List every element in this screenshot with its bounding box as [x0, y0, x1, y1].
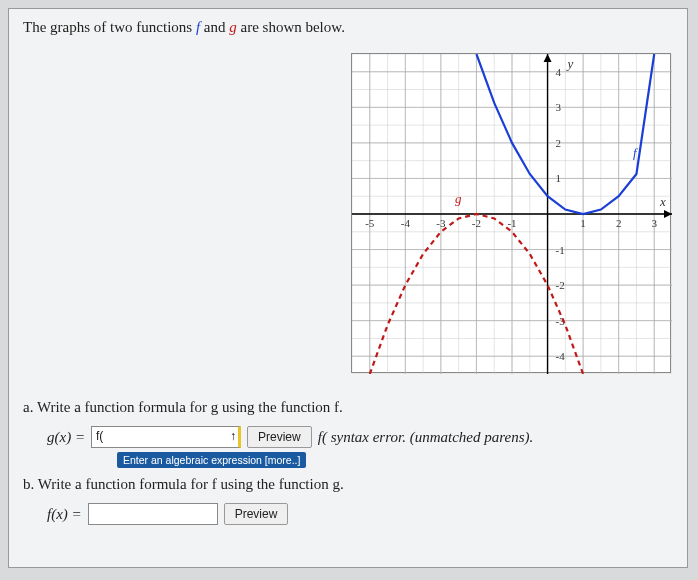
svg-text:2: 2: [616, 217, 622, 229]
g-input[interactable]: f( ↑: [91, 426, 241, 448]
svg-text:4: 4: [556, 66, 562, 78]
svg-text:2: 2: [556, 137, 562, 149]
svg-text:-4: -4: [556, 350, 566, 362]
cursor-icon: ↑: [230, 429, 236, 443]
g-feedback: f( syntax error. (unmatched parens).: [318, 429, 534, 446]
svg-text:y: y: [566, 56, 574, 71]
f-lhs: f(x) =: [47, 506, 82, 523]
fn-g-label: g: [229, 19, 237, 35]
svg-marker-58: [664, 210, 672, 218]
g-lhs: g(x) =: [47, 429, 85, 446]
svg-text:3: 3: [556, 101, 562, 113]
prompt-lead: The graphs of two functions: [23, 19, 196, 35]
prompt-text: The graphs of two functions f and g are …: [23, 19, 673, 36]
input-tooltip[interactable]: Enter an algebraic expression [more..]: [117, 452, 306, 468]
svg-text:g: g: [455, 191, 462, 206]
prompt-and: and: [200, 19, 229, 35]
svg-text:1: 1: [556, 172, 562, 184]
svg-text:-2: -2: [472, 217, 481, 229]
f-equation-row: f(x) = Preview: [47, 503, 673, 525]
svg-text:-5: -5: [365, 217, 375, 229]
part-a-text: a. Write a function formula for g using …: [23, 399, 673, 416]
svg-marker-59: [544, 54, 552, 62]
f-input[interactable]: [88, 503, 218, 525]
g-input-value: f(: [96, 429, 103, 443]
svg-text:-2: -2: [556, 279, 565, 291]
svg-text:-1: -1: [507, 217, 516, 229]
prompt-tail: are shown below.: [237, 19, 345, 35]
part-b-text: b. Write a function formula for f using …: [23, 476, 673, 493]
svg-text:x: x: [659, 194, 666, 209]
svg-text:-4: -4: [401, 217, 411, 229]
svg-text:-1: -1: [556, 244, 565, 256]
preview-button-g[interactable]: Preview: [247, 426, 312, 448]
preview-button-f[interactable]: Preview: [224, 503, 289, 525]
graph-svg: -5-4-3-2-1123-4-3-2-11234fgxy: [352, 54, 672, 374]
function-graph: -5-4-3-2-1123-4-3-2-11234fgxy: [351, 53, 671, 373]
svg-text:3: 3: [651, 217, 657, 229]
svg-text:-3: -3: [436, 217, 446, 229]
g-equation-row: g(x) = f( ↑ Preview f( syntax error. (un…: [47, 426, 673, 448]
svg-text:1: 1: [580, 217, 586, 229]
